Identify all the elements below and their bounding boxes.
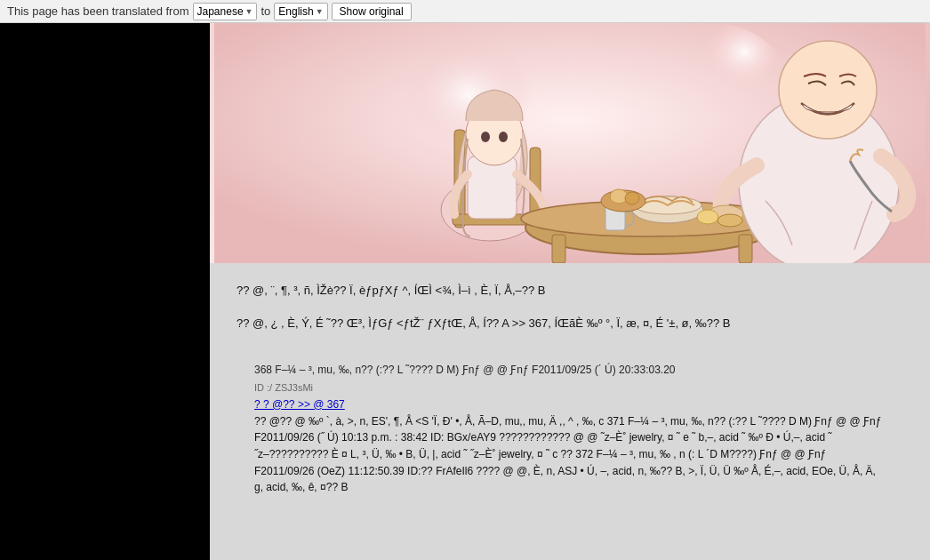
svg-point-9 <box>481 132 490 142</box>
comment-header-text: 368 F–¼ – ³, mu, ‰, n?? (:?? L ˜???? D M… <box>254 364 676 376</box>
target-language-select[interactable]: English ▼ <box>274 3 327 20</box>
svg-rect-14 <box>739 235 752 263</box>
svg-point-22 <box>779 41 877 139</box>
svg-rect-13 <box>552 235 565 263</box>
comment-section: 368 F–¼ – ³, mu, ‰, n?? (:?? L ˜???? D M… <box>210 362 930 510</box>
comment-block: 368 F–¼ – ³, mu, ‰, n?? (:?? L ˜???? D M… <box>254 362 886 496</box>
svg-point-20 <box>625 192 639 204</box>
comment-reply-line: ? ? @?? >> @ 367 <box>254 396 886 413</box>
comment-reply-link[interactable]: ? ? @?? >> @ 367 <box>254 398 345 411</box>
svg-point-24 <box>697 210 718 224</box>
show-original-button[interactable]: Show original <box>332 3 412 20</box>
source-language-label: Japanese <box>197 5 244 18</box>
right-panel: ?? @, ¨, ¶, ³, ñ, ÌŽè?? Ï, èƒpƒXƒ ^, ÍŒÌ… <box>210 23 930 560</box>
paragraph-1: ?? @, ¨, ¶, ³, ñ, ÌŽè?? Ï, èƒpƒXƒ ^, ÍŒÌ… <box>237 281 903 300</box>
content-area: ?? @, ¨, ¶, ³, ñ, ÌŽè?? Ï, èƒpƒXƒ ^, ÍŒÌ… <box>0 23 930 560</box>
left-black-panel <box>0 23 210 560</box>
manga-illustration <box>210 23 930 263</box>
translation-to: to <box>261 4 270 18</box>
translation-bar: This page has been translated from Japan… <box>0 0 930 23</box>
source-language-arrow: ▼ <box>245 7 253 16</box>
source-language-select[interactable]: Japanese ▼ <box>193 3 258 20</box>
manga-image <box>210 23 930 263</box>
comment-id-line: ID :/ ZSJ3sMi <box>254 380 886 396</box>
text-content-area: ?? @, ¨, ¶, ³, ñ, ÌŽè?? Ï, èƒpƒXƒ ^, ÍŒÌ… <box>210 263 930 362</box>
svg-point-10 <box>499 132 508 142</box>
comment-body: ?? @?? @ ‰º `, à, >, n, ES', ¶, Å <S 'Ï,… <box>254 413 886 496</box>
paragraph-2: ?? @, ¿ , È, Ý, É ˜?? Œ³, ÌƒGƒ <ƒtŽ¨ ƒXƒ… <box>237 314 903 332</box>
svg-point-25 <box>718 214 742 227</box>
translation-prefix: This page has been translated from <box>7 4 189 18</box>
target-language-arrow: ▼ <box>316 7 324 16</box>
target-language-label: English <box>278 5 313 18</box>
svg-rect-7 <box>468 156 517 219</box>
comment-header: 368 F–¼ – ³, mu, ‰, n?? (:?? L ˜???? D M… <box>254 362 886 379</box>
